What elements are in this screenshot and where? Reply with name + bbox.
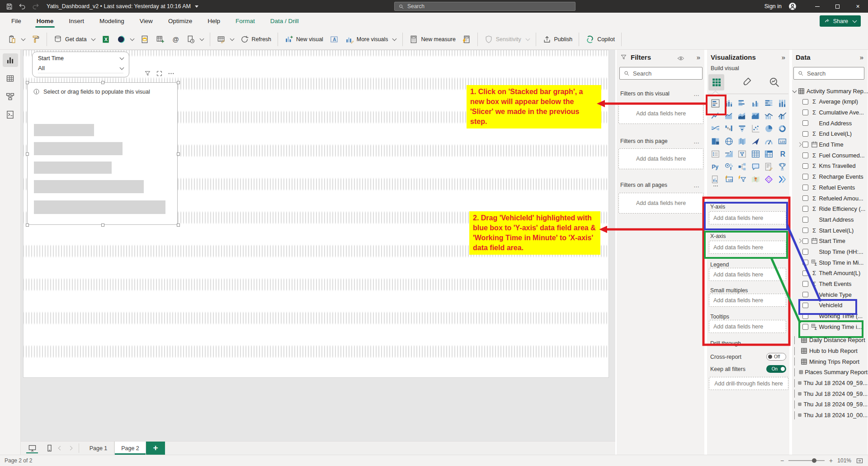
previous-page-icon[interactable] [55,442,65,455]
checkbox[interactable] [802,249,808,255]
visual-decomposition-tree[interactable] [736,160,749,173]
zoom-in-button[interactable]: + [829,457,833,464]
visual-stacked-area-chart[interactable] [736,109,749,122]
field-working-time-[interactable]: Working Time (... [792,311,868,322]
menu-tab-insert[interactable]: Insert [61,13,92,29]
checkbox[interactable] [802,228,808,233]
slicer-visual[interactable]: Start Time All [32,52,129,77]
visual-donut-chart[interactable] [776,122,789,135]
more-options-icon[interactable]: … [693,90,700,97]
visual-filled-map[interactable] [736,135,749,147]
field-stop-time-in-mi-[interactable]: ΣStop Time in Mi... [792,257,868,268]
table-daily-distance-report[interactable]: Daily Distance Report [792,335,868,346]
checkbox[interactable] [802,109,808,115]
visual-gauge[interactable] [762,135,776,147]
selection-handle[interactable] [26,152,29,156]
checkbox[interactable] [802,120,808,126]
chevron-right-icon[interactable] [794,357,800,366]
field-vehicle-type[interactable]: Vehicle Type [792,289,868,300]
menu-tab-modeling[interactable]: Modeling [92,13,132,29]
visual-r-script-visual[interactable]: R [776,147,789,160]
toolbar-refresh[interactable]: Refresh [237,31,274,48]
visual-area-chart[interactable] [722,109,736,122]
zoom-out-button[interactable]: − [780,457,784,464]
chevron-down-icon[interactable] [120,56,124,60]
filter-dropzone[interactable]: Add data fields here [618,193,703,214]
minimize-button[interactable] [807,0,827,13]
checkbox[interactable] [802,281,808,287]
table-thu-jul-18-2024-09-59-[interactable]: Thu Jul 18 2024 09_59... [792,399,868,410]
toolbar-text-box[interactable]: A [326,31,342,48]
visual-100%-stacked-bar-chart[interactable] [762,97,776,109]
visual-pie-chart[interactable] [762,122,776,135]
nav-report-view[interactable] [3,53,18,67]
next-page-icon[interactable] [65,442,75,455]
toolbar-dataverse[interactable]: @ [168,31,183,48]
checkbox[interactable] [802,271,808,276]
drill-through-dropzone[interactable]: Add drill-through fields here [709,377,788,390]
more-options-icon[interactable]: … [693,138,700,145]
chevron-right-icon[interactable] [794,368,798,376]
selection-handle[interactable] [177,81,180,84]
checkbox[interactable] [802,313,808,319]
collapse-pane-icon[interactable]: » [697,53,700,61]
checkbox[interactable] [802,195,808,201]
chevron-right-icon[interactable] [794,336,800,344]
undo-icon[interactable] [19,3,26,10]
chevron-right-icon[interactable] [794,411,797,419]
table-activity-summary[interactable]: Activity Summary Rep... [793,86,868,96]
selection-handle[interactable] [177,223,180,227]
title-caret-icon[interactable] [195,5,198,8]
data-search-input[interactable]: Search [793,67,864,80]
tab-analytics[interactable] [769,76,780,88]
checkbox[interactable] [802,174,808,180]
field-start-level-l-[interactable]: ΣStart Level(L) [792,225,868,236]
menu-tab-file[interactable]: File [4,13,29,29]
sign-in-link[interactable]: Sign in [764,3,782,10]
visual-azure-map[interactable] [749,135,763,147]
chevron-right-icon[interactable] [794,400,797,409]
visual-power-apps[interactable] [762,173,776,185]
keep-all-filters-toggle[interactable]: On [766,365,786,373]
empty-bar-chart-visual[interactable]: Select or drag fields to populate this v… [27,82,178,225]
checkbox[interactable] [802,292,808,298]
visual-slicer-new[interactable] [736,173,749,185]
collapse-pane-icon[interactable]: » [860,53,863,61]
visual-line-chart[interactable] [709,109,722,122]
field-refuel-events[interactable]: ΣRefuel Events [792,182,868,193]
visual-map[interactable] [722,135,736,147]
visual-clustered-bar-chart[interactable] [736,97,749,109]
checkbox[interactable] [802,163,808,169]
chevron-right-icon[interactable] [794,379,797,387]
selection-handle[interactable] [177,152,180,156]
table-mining-trips-report[interactable]: Mining Trips Report [792,356,868,367]
checkbox[interactable] [802,217,808,223]
toolbar-copilot[interactable]: Copilot [582,31,618,48]
visual-100%-stacked-area-chart[interactable] [749,109,763,122]
toolbar-new-measure[interactable]: New measure [406,31,458,48]
filter-icon[interactable] [144,70,151,77]
checkbox[interactable] [802,303,808,309]
chevron-right-icon[interactable] [797,239,802,243]
table-thu-jul-18-2024-10-00-[interactable]: Thu Jul 18 2024 10_00... [792,410,868,421]
zoom-slider-handle[interactable] [812,458,816,463]
slicer-value[interactable]: All [38,65,45,71]
field-stop-time-hh-[interactable]: Stop Time (HH:... [792,247,868,257]
selection-handle[interactable] [26,223,29,227]
eye-icon[interactable] [677,55,684,62]
menu-tab-format[interactable]: Format [228,13,263,29]
menu-tab-data-drill[interactable]: Data / Drill [263,13,307,29]
maximize-button[interactable] [827,0,848,13]
visual-arcgis-maps[interactable] [749,173,763,185]
more-options-icon[interactable] [168,70,175,77]
visual-line-and-stacked-column-chart[interactable] [762,109,776,122]
visual-metrics[interactable] [776,160,789,173]
table-places-summary-report[interactable]: Places Summary Report [792,367,868,378]
cross-report-toggle[interactable]: Off [766,353,786,361]
toolbar-publish[interactable]: Publish [539,31,576,48]
menu-tab-home[interactable]: Home [29,13,61,29]
field-end-time[interactable]: End Time [792,139,868,150]
toolbar-recent-sources[interactable] [183,31,207,48]
tab-format-visual[interactable] [741,76,752,88]
filter-dropzone[interactable]: Add data fields here [618,103,703,124]
